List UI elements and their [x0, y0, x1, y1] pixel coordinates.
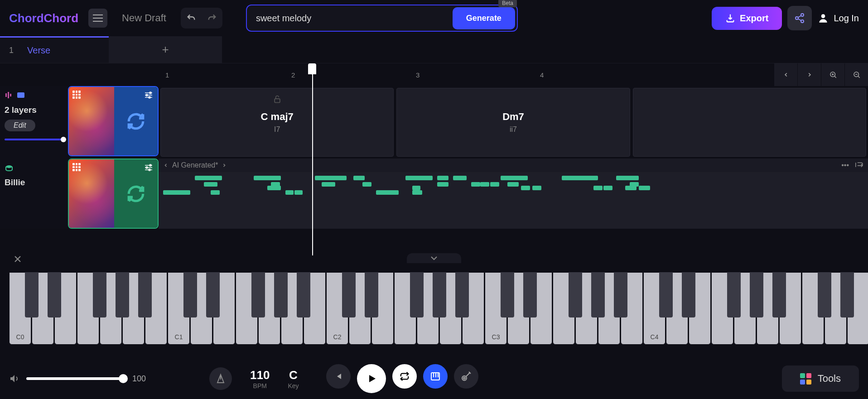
- svg-point-3: [801, 14, 804, 16]
- chord-track-thumb[interactable]: [68, 86, 159, 156]
- menu-button[interactable]: [88, 9, 107, 28]
- piano-black-key[interactable]: [682, 272, 695, 317]
- guitar-view-button[interactable]: [454, 364, 478, 389]
- chord-name: Dm7: [502, 111, 524, 123]
- piano-black-key[interactable]: [840, 272, 854, 317]
- svg-point-25: [149, 96, 150, 98]
- piano-black-key[interactable]: [93, 272, 106, 317]
- tools-button[interactable]: Tools: [782, 365, 859, 392]
- download-icon: [725, 13, 735, 23]
- chord-roman: I7: [274, 125, 280, 134]
- piano-black-key[interactable]: [206, 272, 220, 317]
- playhead-marker[interactable]: [308, 63, 316, 74]
- zoom-out-button[interactable]: [844, 63, 868, 86]
- edit-layers-button[interactable]: Edit: [5, 120, 35, 131]
- key-label: C3: [492, 333, 500, 341]
- melody-piano-roll[interactable]: [159, 172, 868, 229]
- collapse-piano-button[interactable]: [407, 253, 461, 263]
- svg-rect-16: [5, 93, 7, 97]
- generate-button[interactable]: Generate: [453, 7, 515, 29]
- add-section-button[interactable]: +: [109, 36, 222, 63]
- chevron-right-icon[interactable]: [222, 163, 227, 168]
- piano-black-key[interactable]: [614, 272, 627, 317]
- login-button[interactable]: Log In: [817, 12, 859, 24]
- timeline-next-button[interactable]: [797, 63, 821, 86]
- piano-black-key[interactable]: [818, 272, 831, 317]
- piano-black-key[interactable]: [750, 272, 763, 317]
- user-icon: [817, 12, 829, 24]
- lock-icon: [273, 95, 282, 104]
- share-button[interactable]: [787, 6, 812, 30]
- export-label: Export: [740, 13, 768, 24]
- close-icon: [14, 255, 22, 263]
- svg-point-5: [801, 20, 804, 23]
- ruler-mark: 2: [291, 71, 295, 79]
- metronome-button[interactable]: [209, 367, 232, 390]
- piano-black-key[interactable]: [727, 272, 741, 317]
- piano-black-key[interactable]: [365, 272, 378, 317]
- draft-title[interactable]: New Draft: [122, 12, 166, 24]
- play-button[interactable]: [357, 364, 386, 393]
- melody-track-thumb[interactable]: [68, 159, 159, 229]
- chord-block[interactable]: C maj7 I7: [160, 88, 394, 157]
- tools-label: Tools: [818, 373, 841, 385]
- piano-black-key[interactable]: [410, 272, 424, 317]
- svg-point-21: [149, 92, 151, 94]
- svg-rect-18: [10, 94, 11, 96]
- section-tab[interactable]: 1 Verse: [0, 36, 109, 63]
- piano-black-key[interactable]: [342, 272, 356, 317]
- chord-block[interactable]: Dm7 ii7: [396, 88, 630, 157]
- piano-black-key[interactable]: [183, 272, 197, 317]
- export-button[interactable]: Export: [712, 7, 782, 30]
- redo-button[interactable]: [203, 9, 222, 28]
- more-icon[interactable]: •••: [841, 161, 849, 169]
- piano-black-key[interactable]: [48, 272, 61, 317]
- piano-black-key[interactable]: [569, 272, 582, 317]
- refresh-icon[interactable]: [126, 112, 145, 131]
- refresh-icon[interactable]: [126, 184, 145, 203]
- piano-black-key[interactable]: [455, 272, 469, 317]
- skip-back-button[interactable]: [326, 364, 351, 389]
- piano-black-key[interactable]: [591, 272, 605, 317]
- zoom-in-button[interactable]: [821, 63, 844, 86]
- melody-track-label: Billie: [5, 178, 63, 187]
- loop-selection-icon[interactable]: [854, 161, 863, 168]
- track-volume-slider[interactable]: [5, 139, 63, 140]
- piano-black-key[interactable]: [297, 272, 310, 317]
- key-value[interactable]: C: [288, 368, 299, 382]
- chord-block-partial[interactable]: [633, 88, 866, 157]
- key-label: C1: [175, 333, 183, 341]
- melody-variant-label: AI Generated*: [172, 161, 218, 169]
- zoom-in-icon: [829, 71, 837, 79]
- piano-black-key[interactable]: [251, 272, 265, 317]
- timeline-prev-button[interactable]: [774, 63, 797, 86]
- piano-black-key[interactable]: [433, 272, 446, 317]
- piano-black-key[interactable]: [274, 272, 288, 317]
- app-logo[interactable]: ChordChord: [9, 11, 78, 25]
- volume-icon[interactable]: [9, 373, 20, 384]
- piano-black-key[interactable]: [501, 272, 514, 317]
- piano-black-key[interactable]: [138, 272, 152, 317]
- bpm-value[interactable]: 110: [250, 368, 270, 382]
- sliders-icon[interactable]: [144, 91, 153, 99]
- zoom-out-icon: [853, 71, 861, 79]
- sliders-icon[interactable]: [144, 164, 153, 171]
- piano-black-key[interactable]: [116, 272, 129, 317]
- piano-black-key[interactable]: [772, 272, 786, 317]
- piano-black-key[interactable]: [25, 272, 39, 317]
- chevron-left-icon[interactable]: [163, 163, 169, 168]
- piano-black-key[interactable]: [523, 272, 537, 317]
- grid-icon: [72, 163, 81, 171]
- grid-icon: [72, 91, 81, 99]
- chevron-left-icon: [783, 72, 789, 78]
- piano-view-button[interactable]: [423, 364, 448, 389]
- ruler-mark: 4: [540, 71, 544, 79]
- bpm-label: BPM: [250, 382, 270, 389]
- undo-button[interactable]: [182, 9, 201, 28]
- master-volume-slider[interactable]: [26, 377, 126, 380]
- loop-button[interactable]: [392, 364, 417, 389]
- piano-icon: [430, 371, 441, 382]
- piano-keyboard[interactable]: C0C1C2C3C4: [9, 272, 868, 345]
- waveform-icon: [5, 91, 14, 100]
- piano-black-key[interactable]: [659, 272, 673, 317]
